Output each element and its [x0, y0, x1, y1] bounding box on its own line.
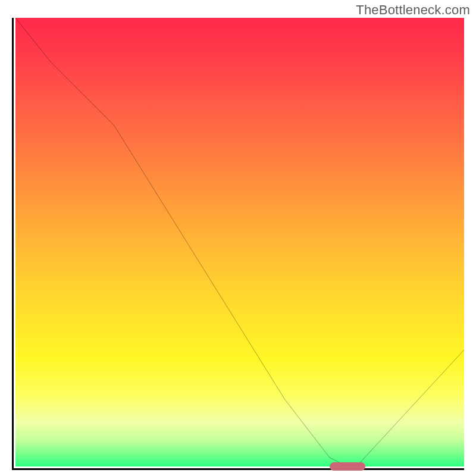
watermark-text: TheBottleneck.com	[356, 2, 470, 18]
plot-frame	[12, 18, 464, 470]
curve-layer	[15, 18, 464, 466]
chart-container: TheBottleneck.com	[0, 0, 476, 476]
bottleneck-curve-path	[15, 18, 464, 466]
optimal-range-marker	[330, 462, 365, 471]
